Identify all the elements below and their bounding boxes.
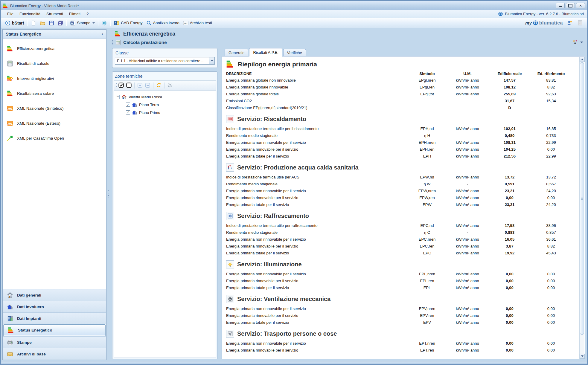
row-value-reale: 147,57 (490, 78, 529, 83)
app-window: Blumatica Energy - Villetta Mario Rossi*… (0, 0, 588, 365)
uncheck-all-zones-button[interactable] (126, 82, 132, 89)
nav-item-stampe[interactable]: Stampe (3, 336, 106, 348)
splitter-grip-icon (108, 190, 109, 200)
analizza-lavoro-button[interactable]: Analizza lavoro (145, 19, 181, 27)
brand-name: blumatica (539, 20, 563, 26)
report-row: Energia primaria non rinnovabile per il … (226, 187, 573, 194)
report-row: Energia primaria totale per il servizioE… (226, 153, 573, 160)
row-unit: kWh/m² anno (445, 313, 490, 318)
tab-risultati-ape[interactable]: Risultati A.P.E. (249, 48, 282, 56)
tab-generale[interactable]: Generale (225, 49, 248, 56)
tree-item-piano-terra[interactable]: Piano Terra (116, 101, 214, 109)
section-title: Servizio: Produzione acqua calda sanitar… (237, 164, 359, 171)
row-value-reale: 255,69 (490, 92, 529, 96)
row-value-reale: 13,72 (490, 175, 529, 179)
classe-select[interactable]: E.1.1 - Abitazioni adibite a residenza c… (115, 57, 215, 65)
my-blumatica-logo[interactable]: my blumatica (525, 20, 563, 26)
zone-checkbox[interactable] (126, 103, 130, 107)
nav-item-archivi-di-base[interactable]: Archivi di base (3, 348, 106, 360)
report-row: Energia primaria non rinnovabile per il … (226, 139, 573, 146)
tree-root-row[interactable]: − Villetta Mario Rossi (116, 93, 214, 101)
row-value-riferimento: 22,99 (529, 154, 573, 158)
row-value-riferimento: 83,81 (529, 78, 573, 83)
nav-item-dati-generali[interactable]: Dati generali (3, 289, 106, 301)
col-header: DESCRIZIONE (226, 72, 409, 76)
row-unit: kWh/m² anno (445, 175, 490, 179)
nav-item-dati-involucro[interactable]: Dati Involucro (3, 301, 106, 312)
zone-settings-button[interactable] (167, 82, 173, 89)
scrollbar-thumb[interactable] (580, 62, 584, 335)
sidebar-item-label: Risultati serra solare (17, 91, 54, 96)
sidebar-item-interventi-migliorativi[interactable]: Interventi migliorativi (3, 71, 106, 86)
refresh-zones-button[interactable] (156, 82, 162, 89)
menu-file[interactable]: File (4, 11, 16, 17)
cad-energy-button[interactable]: CAD Energy (112, 19, 144, 27)
collapse-all-button[interactable] (144, 82, 151, 89)
sidebar-item-risultati-di-calcolo[interactable]: Risultati di calcolo (3, 56, 106, 71)
calcola-prestazione-button[interactable]: Calcola prestazione (123, 40, 167, 45)
close-button[interactable] (576, 3, 585, 8)
sidebar-item-xml-nazionale-esteso[interactable]: XMLXML Nazionale (Esteso) (3, 116, 106, 131)
toolbar-separator (27, 20, 28, 26)
menu-help[interactable]: ? (83, 11, 92, 17)
scroll-up-icon[interactable] (580, 57, 585, 62)
tab-verifiche[interactable]: Verifiche (283, 49, 306, 56)
col-header: Ed. riferimento (529, 71, 573, 76)
tree-collapse-icon[interactable]: − (116, 95, 120, 99)
report-row: Energia primaria globale rinnovabileEPgl… (226, 84, 573, 91)
menu-filmati[interactable]: Filmati (66, 11, 83, 17)
vertical-scrollbar[interactable] (579, 57, 584, 359)
window-controls (556, 3, 585, 8)
dropdown-arrow-icon[interactable] (209, 57, 214, 64)
workspace: Efficienza energetica Calcola prestazion… (110, 28, 587, 361)
energy-class-icon (226, 60, 234, 68)
toolbar-overflow-icon[interactable] (580, 42, 583, 43)
maximize-button[interactable] (566, 3, 575, 8)
save-all-button[interactable] (56, 19, 65, 27)
sidebar-item-risultati-serra-solare[interactable]: Risultati serra solare (3, 86, 106, 101)
collapse-panel-icon[interactable]: ‹ (101, 32, 103, 36)
zone-checkbox[interactable] (126, 110, 130, 114)
menu-strumenti[interactable]: Strumenti (43, 11, 66, 17)
stampe-button[interactable]: WStampe (68, 19, 96, 27)
sidebar-splitter[interactable] (106, 28, 110, 361)
menu-funzionalita[interactable]: Funzionalità (16, 11, 43, 17)
row-unit: kWh/m² anno (445, 196, 490, 200)
section-title: Servizio: Riscaldamento (237, 116, 306, 123)
expand-all-icon (137, 83, 143, 88)
section-title: Servizio: Trasporto persone o cose (237, 330, 337, 337)
notes-button[interactable] (576, 19, 584, 27)
expand-all-button[interactable] (137, 82, 143, 89)
tree-item-piano-primo[interactable]: Piano Primo (116, 109, 214, 116)
nav-item-status-energetico[interactable]: Status Energetico (3, 324, 106, 336)
archivio-testi-button[interactable]: abArchivio testi (182, 19, 214, 27)
row-value-riferimento: 0,00 (529, 320, 573, 325)
radiator-icon (226, 115, 234, 123)
new-file-button[interactable] (29, 19, 38, 27)
minimize-button[interactable] (556, 3, 565, 8)
sidebar-item-efficienza-energetica[interactable]: Efficienza energetica (3, 41, 106, 56)
bstart-button[interactable]: bStart (4, 19, 25, 27)
check-all-zones-button[interactable] (118, 82, 124, 89)
open-file-button[interactable] (38, 19, 47, 27)
settings-button[interactable] (100, 19, 109, 27)
row-value-reale: 16,05 (490, 237, 529, 242)
calculator-icon (115, 40, 121, 45)
layout-options-icon[interactable] (573, 40, 578, 45)
sidebar-item-xml-nazionale-sintetico[interactable]: XMLXML Nazionale (Sintetico) (3, 101, 106, 116)
profile-button[interactable] (565, 19, 574, 27)
sidebar-item-xml-casaclima-open[interactable]: XML per CasaClima Open (3, 131, 106, 146)
row-value-reale: 108,31 (490, 140, 529, 145)
scroll-down-icon[interactable] (580, 354, 585, 359)
dati-generali-icon (7, 292, 13, 298)
dati-involucro-icon (7, 304, 13, 310)
toolbar-right-items (565, 19, 584, 27)
nav-item-dati-impianti[interactable]: Dati Impianti (3, 312, 106, 324)
results-panel: Riepilogo energia primariaDESCRIZIONESim… (222, 56, 585, 359)
row-description: Energia primaria non rinnovabile per il … (226, 306, 409, 311)
row-symbol: EPW,ren (409, 196, 445, 200)
row-description: Indice di prestazione termica utile per … (226, 175, 409, 179)
col-header: Simbolo (409, 71, 445, 76)
row-symbol: EPC,nren (409, 237, 445, 242)
save-button[interactable] (47, 19, 56, 27)
